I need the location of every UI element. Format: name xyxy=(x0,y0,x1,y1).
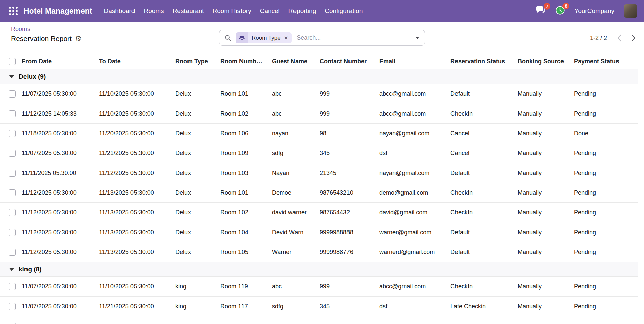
cell-from_date: 11/12/2025 05:30:00 xyxy=(19,249,96,256)
cell-reservation_status: Cancel xyxy=(447,150,515,157)
column-header-payment_status[interactable]: Payment Status xyxy=(571,58,638,65)
nav-item-configuration[interactable]: Configuration xyxy=(320,0,367,22)
cell-to_date: 11/10/2025 05:30:00 xyxy=(96,283,172,290)
cell-guest_name: sdfg xyxy=(269,150,317,157)
pager-previous-button[interactable] xyxy=(617,34,621,42)
cell-contact_number: 987654432 xyxy=(317,209,376,216)
cell-guest_name: nayan xyxy=(269,130,317,137)
select-all-checkbox[interactable] xyxy=(9,58,16,65)
row-checkbox[interactable] xyxy=(9,283,16,290)
facet-remove-button[interactable]: ✕ xyxy=(284,35,288,41)
pager: 1-2 / 2 xyxy=(590,22,635,54)
control-panel: Rooms Reservation Report ⚙ Room Type ✕ xyxy=(0,22,644,54)
row-checkbox-cell xyxy=(0,249,19,256)
table-row[interactable]: 11/07/2025 05:30:0011/21/2025 05:30:00ki… xyxy=(0,297,638,316)
nav-item-restaurant[interactable]: Restaurant xyxy=(168,0,208,22)
cell-email: warner@gmail.com xyxy=(376,229,447,236)
cell-from_date: 11/07/2025 05:30:00 xyxy=(19,150,96,157)
search-options-toggle[interactable] xyxy=(410,30,425,45)
nav-item-room-history[interactable]: Room History xyxy=(208,0,256,22)
cell-booking_source: Manually xyxy=(515,249,571,256)
cell-room_type: Delux xyxy=(172,90,217,98)
column-header-room_number[interactable]: Room Numb… xyxy=(217,58,269,65)
cell-room_number: Room 109 xyxy=(217,150,269,157)
row-checkbox[interactable] xyxy=(9,249,16,256)
column-header-email[interactable]: Email xyxy=(376,58,447,65)
nav-item-reporting[interactable]: Reporting xyxy=(284,0,320,22)
table-row[interactable]: 11/12/2025 05:30:0011/13/2025 05:30:00De… xyxy=(0,242,638,262)
row-checkbox[interactable] xyxy=(9,229,16,236)
reservation-table: From DateTo DateRoom TypeRoom Numb…Guest… xyxy=(0,54,638,324)
row-checkbox[interactable] xyxy=(9,90,16,98)
cell-from_date: 11/12/2025 05:30:00 xyxy=(19,209,96,216)
table-row[interactable]: 11/07/2025 05:30:0011/21/2025 05:30:00De… xyxy=(0,143,638,163)
row-checkbox[interactable] xyxy=(9,170,16,177)
nav-item-cancel[interactable]: Cancel xyxy=(256,0,284,22)
cell-room_number: Room 101 xyxy=(217,90,269,98)
user-menu-avatar[interactable] xyxy=(624,4,637,18)
group-by-layers-icon xyxy=(236,32,248,43)
cell-payment_status: Pending xyxy=(571,229,638,236)
cell-from_date: 11/07/2025 05:30:00 xyxy=(19,303,96,310)
table-row[interactable]: 11/12/2025 14:05:3311/10/2025 05:30:00De… xyxy=(0,104,638,124)
cell-booking_source: Manually xyxy=(515,110,571,117)
column-header-guest_name[interactable]: Guest Name xyxy=(269,58,317,65)
search-icon xyxy=(224,34,231,41)
messages-button[interactable]: 7 xyxy=(536,6,546,16)
table-row[interactable]: 11/18/2025 05:30:0011/20/2025 05:30:00De… xyxy=(0,124,638,143)
search-input[interactable] xyxy=(296,34,410,42)
column-header-from_date[interactable]: From Date xyxy=(19,58,96,65)
group-row[interactable]: king (8) xyxy=(0,262,638,277)
row-checkbox[interactable] xyxy=(9,150,16,157)
activities-button[interactable]: 8 xyxy=(555,6,565,16)
column-header-to_date[interactable]: To Date xyxy=(96,58,172,65)
table-row[interactable]: 11/12/2025 05:30:0011/13/2025 05:30:00De… xyxy=(0,222,638,242)
table-header-row: From DateTo DateRoom TypeRoom Numb…Guest… xyxy=(0,54,638,69)
cell-contact_number: 345 xyxy=(317,150,376,157)
cell-payment_status: Pending xyxy=(571,189,638,196)
cell-from_date: 11/12/2025 05:30:00 xyxy=(19,229,96,236)
pager-range: 1-2 / 2 xyxy=(590,35,607,42)
cell-contact_number: 345 xyxy=(317,303,376,310)
row-checkbox[interactable] xyxy=(9,110,16,117)
apps-menu-button[interactable] xyxy=(7,4,20,18)
cell-to_date: 11/10/2025 05:30:00 xyxy=(96,90,172,98)
cell-payment_status: Done xyxy=(571,130,638,137)
row-checkbox-cell xyxy=(0,110,19,117)
cell-from_date: 11/07/2025 05:30:00 xyxy=(19,90,96,98)
row-checkbox[interactable] xyxy=(9,189,16,196)
cell-room_type: Delux xyxy=(172,189,217,196)
table-row[interactable]: 11/07/2025 05:30:0011/10/2025 05:30:00De… xyxy=(0,84,638,104)
group-row[interactable]: Delux (9) xyxy=(0,69,638,84)
company-menu[interactable]: YourCompany xyxy=(574,7,614,15)
row-checkbox-cell xyxy=(0,150,19,157)
caret-down-icon xyxy=(9,75,14,78)
table-row[interactable]: 11/07/2025 05:30:0011/10/2025 05:30:00ki… xyxy=(0,277,638,297)
pager-next-button[interactable] xyxy=(631,34,635,42)
table-row[interactable]: 11/12/2025 05:30:0011/13/2025 05:30:00De… xyxy=(0,203,638,222)
nav-item-rooms[interactable]: Rooms xyxy=(139,0,168,22)
row-checkbox[interactable] xyxy=(9,323,16,324)
row-checkbox[interactable] xyxy=(9,130,16,137)
column-header-booking_source[interactable]: Booking Source xyxy=(515,58,571,65)
action-menu-gear-button[interactable]: ⚙ xyxy=(75,35,82,42)
cell-contact_number: 9876543210 xyxy=(317,189,376,196)
cell-booking_source: Manually xyxy=(515,283,571,290)
activities-badge: 8 xyxy=(562,3,569,9)
cell-from_date: 11/12/2025 05:30:00 xyxy=(19,189,96,196)
breadcrumb-rooms-link[interactable]: Rooms xyxy=(11,26,82,33)
cell-contact_number: 999 xyxy=(317,283,376,290)
cell-room_type: Delux xyxy=(172,209,217,216)
row-checkbox[interactable] xyxy=(9,303,16,310)
cell-payment_status: Pending xyxy=(571,90,638,98)
table-row[interactable]: 11/11/2025 05:30:0011/12/2025 05:30:00De… xyxy=(0,163,638,183)
column-header-contact_number[interactable]: Contact Number xyxy=(317,58,376,65)
cell-room_number: Room 104 xyxy=(217,229,269,236)
row-checkbox[interactable] xyxy=(9,209,16,216)
cell-reservation_status: Default xyxy=(447,170,515,177)
table-row[interactable]: 11/12/2025 05:30:0011/13/2025 05:30:00De… xyxy=(0,183,638,203)
nav-item-dashboard[interactable]: Dashboard xyxy=(99,0,139,22)
table-row-partial xyxy=(0,316,638,324)
column-header-reservation_status[interactable]: Reservation Status xyxy=(447,58,515,65)
column-header-room_type[interactable]: Room Type xyxy=(172,58,217,65)
